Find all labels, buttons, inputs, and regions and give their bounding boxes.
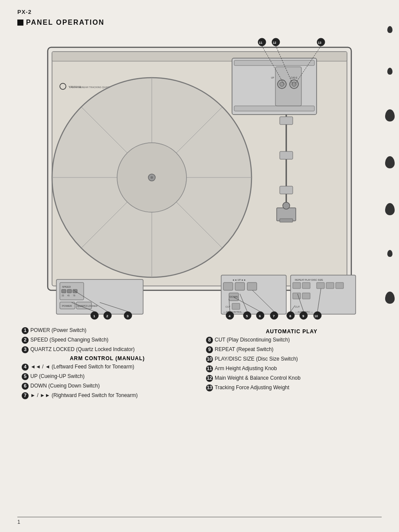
svg-rect-59 xyxy=(326,282,334,289)
side-dot-6 xyxy=(387,250,392,257)
legend-item-text: SPEED (Speed Changing Switch) xyxy=(30,336,108,344)
legend-item-number: 8 xyxy=(206,337,213,344)
legend-item-text: Main Weight & Balance Control Knob xyxy=(215,374,301,382)
side-dot-3 xyxy=(385,109,395,122)
svg-text:4: 4 xyxy=(229,314,231,318)
svg-text:YAMAHA: YAMAHA xyxy=(69,85,81,89)
svg-rect-57 xyxy=(302,282,310,289)
legend-item: 11 Arm Height Adjusting Knob xyxy=(206,365,377,372)
legend-item-text: ► / ►► (Rightward Feed Switch for Tonear… xyxy=(30,392,138,399)
legend-item-text: DOWN (Cueing Down Switch) xyxy=(30,382,100,390)
svg-rect-35 xyxy=(67,289,72,293)
legend-item: 1 POWER (Power Switch) xyxy=(22,327,193,334)
side-dot-7 xyxy=(385,292,395,304)
svg-rect-61 xyxy=(293,293,301,299)
legend-item: 13 Tracking Force Adjusting Weight xyxy=(206,384,377,391)
legend-item-text: Arm Height Adjusting Knob xyxy=(215,365,277,372)
svg-text:2: 2 xyxy=(106,314,108,318)
svg-rect-60 xyxy=(336,282,343,289)
side-dot-1 xyxy=(387,26,392,33)
svg-rect-46 xyxy=(223,282,233,290)
legend-left-col: 1 POWER (Power Switch)2 SPEED (Speed Cha… xyxy=(22,327,193,401)
svg-text:CUT: CUT xyxy=(295,305,300,308)
legend-item-number: 1 xyxy=(22,327,29,334)
legend-item-text: UP (Cueing-UP Switch) xyxy=(30,373,85,380)
svg-rect-19 xyxy=(280,186,293,194)
svg-text:UP: UP xyxy=(271,76,275,79)
legend-item-number: 4 xyxy=(22,364,29,371)
section-title: PANEL OPERATION xyxy=(17,19,382,26)
legend-item-number: 3 xyxy=(22,346,29,353)
legend-item-number: 13 xyxy=(206,384,213,391)
legend-item: 12 Main Weight & Balance Control Knob xyxy=(206,374,377,382)
svg-text:CUT: CUT xyxy=(226,305,231,308)
svg-text:5: 5 xyxy=(246,314,248,318)
page-footer: 1 xyxy=(17,517,382,525)
svg-text:CUE-E: CUE-E xyxy=(291,76,298,79)
svg-point-30 xyxy=(150,176,153,179)
legend-area: 1 POWER (Power Switch)2 SPEED (Speed Cha… xyxy=(17,327,382,401)
svg-text:1: 1 xyxy=(93,314,95,318)
svg-rect-47 xyxy=(235,282,245,290)
svg-text:10: 10 xyxy=(314,315,318,318)
legend-item-text: CUT (Play Discontinuing Switch) xyxy=(215,336,290,344)
legend-item: 2 SPEED (Speed Changing Switch) xyxy=(22,336,193,344)
svg-rect-17 xyxy=(280,117,293,125)
model-label: PX-2 xyxy=(17,9,382,15)
svg-point-22 xyxy=(283,202,290,209)
svg-text:◄◄  UP  ►►: ◄◄ UP ►► xyxy=(232,279,246,281)
svg-text:9: 9 xyxy=(302,314,304,318)
svg-rect-7 xyxy=(234,60,314,66)
legend-item-number: 9 xyxy=(206,346,213,353)
legend-item: 8 CUT (Play Discontinuing Switch) xyxy=(206,336,377,344)
side-dot-5 xyxy=(385,203,395,215)
legend-item: 6 DOWN (Cueing Down Switch) xyxy=(22,382,193,390)
legend-item: 3 QUARTZ LOCKED (Quartz Locked Indicator… xyxy=(22,346,193,353)
svg-text:6: 6 xyxy=(259,314,261,318)
svg-rect-8 xyxy=(234,106,314,111)
legend-right-col: AUTOMATIC PLAY8 CUT (Play Discontinuing … xyxy=(206,327,377,401)
legend-item: 7 ► / ►► (Rightward Feed Switch for Tone… xyxy=(22,392,193,399)
svg-text:DOWN: DOWN xyxy=(229,296,238,298)
legend-item-text: Tracking Force Adjusting Weight xyxy=(215,384,289,391)
svg-text:— ARM CONTROL —: — ARM CONTROL — xyxy=(223,311,245,313)
svg-rect-56 xyxy=(293,282,301,289)
legend-item: 10 PLAY/DISC SIZE (Disc Size Switch) xyxy=(206,355,377,363)
diagram-area: YAMAHA LINEAR TRACKING QUARTZ LOCKED PX-… xyxy=(35,34,364,322)
legend-item-text: REPEAT (Repeat Switch) xyxy=(215,346,274,353)
svg-text:REPEAT  PLAY DISC SIZE: REPEAT PLAY DISC SIZE xyxy=(295,279,323,281)
legend-item-number: 12 xyxy=(206,375,213,382)
svg-text:78: 78 xyxy=(73,294,75,297)
title-square-icon xyxy=(17,20,23,26)
legend-item-number: 11 xyxy=(206,365,213,372)
svg-rect-21 xyxy=(280,219,293,222)
legend-item: 5 UP (Cueing-UP Switch) xyxy=(22,373,193,380)
side-dot-4 xyxy=(385,156,395,168)
svg-rect-34 xyxy=(62,289,66,293)
legend-item-number: 5 xyxy=(22,373,29,380)
legend-item: 9 REPEAT (Repeat Switch) xyxy=(206,346,377,353)
legend-item-number: 2 xyxy=(22,337,29,344)
legend-item-number: 6 xyxy=(22,383,29,390)
side-dot-2 xyxy=(387,68,392,75)
svg-text:13: 13 xyxy=(318,41,321,44)
svg-text:POWER: POWER xyxy=(62,305,72,307)
svg-rect-58 xyxy=(317,282,324,289)
page-number: 1 xyxy=(17,519,20,525)
legend-item-text: POWER (Power Switch) xyxy=(30,327,86,334)
legend-item: 4 ◄◄ / ◄ (Leftward Feed Switch for Tonea… xyxy=(22,363,193,371)
svg-text:11: 11 xyxy=(259,41,262,44)
legend-item-text: PLAY/DISC SIZE (Disc Size Switch) xyxy=(215,355,298,363)
svg-text:12: 12 xyxy=(273,41,276,44)
svg-rect-53 xyxy=(232,303,240,309)
svg-text:8: 8 xyxy=(289,314,291,318)
legend-item-text: QUARTZ LOCKED (Quartz Locked Indicator) xyxy=(30,346,135,353)
section-title-text: PANEL OPERATION xyxy=(26,19,105,26)
legend-item-text: ◄◄ / ◄ (Leftward Feed Switch for Tonearm… xyxy=(30,363,134,371)
legend-section-title: ARM CONTROL (MANUAL) xyxy=(22,355,193,361)
svg-rect-18 xyxy=(280,151,293,159)
svg-text:7: 7 xyxy=(273,314,275,318)
svg-rect-48 xyxy=(247,282,257,290)
page: PX-2 PANEL OPERATION YAMAHA LINEAR TRACK… xyxy=(0,0,399,532)
legend-item-number: 10 xyxy=(206,356,213,363)
